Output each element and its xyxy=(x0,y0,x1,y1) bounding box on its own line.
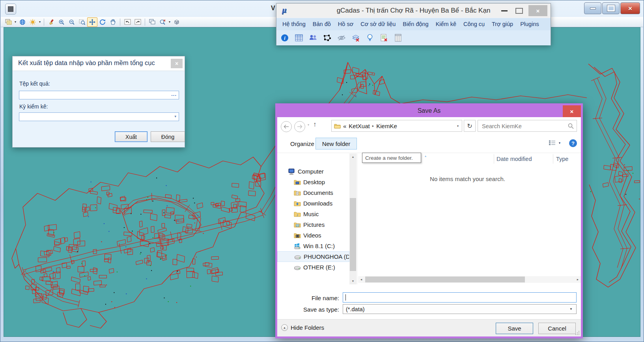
menu-ban-do[interactable]: Bản đồ xyxy=(309,18,334,30)
attribute-table-button[interactable] xyxy=(295,34,303,42)
locate-button[interactable] xyxy=(366,34,374,42)
zoom-window-button[interactable] xyxy=(77,17,87,27)
column-divider[interactable] xyxy=(553,154,553,164)
tree-item-pictures[interactable]: Pictures xyxy=(277,219,349,230)
spatial-search-button[interactable] xyxy=(157,17,168,27)
globe-icon xyxy=(19,19,26,25)
remove-layers-button[interactable] xyxy=(351,34,360,42)
tree-item-documents[interactable]: Documents xyxy=(277,187,349,198)
export-dialog-close-button[interactable]: × xyxy=(171,59,183,68)
organize-button[interactable]: Organize ▾ xyxy=(290,140,317,147)
style-brush-button[interactable] xyxy=(46,17,56,27)
zoom-extent-button[interactable] xyxy=(87,17,97,27)
tree-scrollbar[interactable]: ▲ ▼ xyxy=(349,153,357,284)
spatial-search-caret-icon[interactable]: ▾ xyxy=(168,20,172,24)
column-header-type[interactable]: Type xyxy=(556,156,568,162)
model-cube-button[interactable] xyxy=(172,17,182,27)
inventory-period-combobox[interactable]: ▾ xyxy=(19,112,179,121)
gcadas-maximize-button[interactable] xyxy=(515,8,523,14)
pane-divider[interactable] xyxy=(357,153,357,284)
tree-scrollbar-thumb[interactable] xyxy=(350,198,356,271)
tree-item-phuonghoa-d[interactable]: PHUONGHOA (D: xyxy=(277,251,349,262)
address-bar[interactable]: « KetXuat ▸ KiemKe ▾ xyxy=(331,120,462,132)
zoom-in-button[interactable] xyxy=(56,17,67,27)
rotate-view-button[interactable] xyxy=(97,17,108,27)
scroll-up-icon[interactable]: ▲ xyxy=(349,153,357,160)
parcel-button[interactable] xyxy=(323,34,332,42)
previous-view-button[interactable] xyxy=(122,17,133,27)
tree-item-other-e[interactable]: OTHER (E:) xyxy=(277,262,349,273)
new-folder-button[interactable]: New folder xyxy=(315,138,357,150)
export-button[interactable]: Xuất xyxy=(115,131,147,142)
menu-kiem-ke[interactable]: Kiểm kê xyxy=(432,18,460,30)
info-button[interactable]: i xyxy=(280,34,289,42)
tree-item-downloads[interactable]: Downloads xyxy=(277,198,349,209)
display-manager-button[interactable] xyxy=(3,17,13,27)
refresh-button[interactable]: ↻ xyxy=(464,120,476,132)
display-manager-caret-icon[interactable]: ▾ xyxy=(13,20,17,24)
column-divider[interactable] xyxy=(494,154,494,164)
menu-cong-cu[interactable]: Công cụ xyxy=(460,18,488,30)
report-remove-button[interactable] xyxy=(380,34,388,42)
globe-button[interactable] xyxy=(17,17,28,27)
address-caret-icon[interactable]: ▾ xyxy=(457,124,459,128)
gcadas-close-button[interactable]: × xyxy=(528,5,547,16)
view-menu-button[interactable]: ▾ xyxy=(549,140,560,146)
help-button[interactable]: ? xyxy=(569,139,577,147)
cancel-button[interactable]: Cancel xyxy=(538,323,576,334)
h-scrollbar-thumb[interactable] xyxy=(365,277,525,282)
column-header-date-modified[interactable]: Date modified xyxy=(497,156,532,162)
pan-button[interactable] xyxy=(108,17,118,27)
cascade-windows-button[interactable] xyxy=(147,17,157,27)
tree-item-music[interactable]: ♪ Music xyxy=(277,209,349,219)
minimize-button[interactable] xyxy=(584,2,601,14)
hide-layer-button[interactable] xyxy=(337,34,346,42)
organize-label: Organize xyxy=(290,140,314,147)
table-columns-button[interactable] xyxy=(394,34,403,42)
save-button[interactable]: Save xyxy=(496,323,533,334)
gcadas-minimize-button[interactable] xyxy=(501,10,508,11)
close-button[interactable]: × xyxy=(620,2,640,14)
combobox-caret-icon[interactable]: ▾ xyxy=(174,114,176,118)
next-view-button[interactable] xyxy=(133,17,143,27)
tree-item-videos[interactable]: Videos xyxy=(277,230,349,241)
save-as-titlebar[interactable]: Save As × xyxy=(277,105,581,117)
menu-bien-dong[interactable]: Biến động xyxy=(399,18,432,30)
tree-item-win81-c[interactable]: Win 8.1 (C:) xyxy=(277,241,349,251)
brightness-caret-icon[interactable]: ▾ xyxy=(38,20,42,24)
breadcrumb-ketxuat[interactable]: KetXuat xyxy=(349,123,370,129)
close-dialog-button[interactable]: Đóng xyxy=(151,131,185,142)
browse-button[interactable]: ... xyxy=(171,91,177,97)
menu-plugins[interactable]: Plugins xyxy=(517,18,543,30)
scroll-right-icon[interactable]: ► xyxy=(575,276,581,283)
file-name-input[interactable] xyxy=(343,292,577,303)
pan-hand-icon xyxy=(110,19,116,25)
forward-button[interactable] xyxy=(294,121,305,132)
search-input[interactable] xyxy=(481,122,566,131)
file-list-h-scrollbar[interactable]: ◄ ► xyxy=(358,276,581,283)
save-as-type-combobox[interactable]: (*.data) ▼ xyxy=(343,304,577,314)
scroll-down-icon[interactable]: ▼ xyxy=(349,278,357,284)
breadcrumb-kiemke[interactable]: KiemKe xyxy=(376,123,397,129)
users-button[interactable] xyxy=(309,34,317,42)
resize-grip[interactable] xyxy=(575,331,580,335)
result-file-input[interactable] xyxy=(20,92,168,99)
hide-folders-button[interactable]: ▲ Hide Folders xyxy=(281,324,324,331)
view-caret-icon: ▾ xyxy=(559,141,560,145)
tree-item-desktop[interactable]: Desktop xyxy=(277,177,349,187)
zoom-out-button[interactable] xyxy=(67,17,77,27)
inventory-period-input[interactable] xyxy=(20,113,168,120)
scroll-left-icon[interactable]: ◄ xyxy=(358,276,364,283)
gcadas-titlebar[interactable]: µ gCadas - Thị trấn Chợ Rã - Huyện Ba Bể… xyxy=(276,4,551,18)
menu-co-so-du-lieu[interactable]: Cơ sở dữ liệu xyxy=(357,18,399,30)
menu-tro-giup[interactable]: Trợ giúp xyxy=(488,18,517,30)
back-button[interactable] xyxy=(281,121,292,132)
up-button[interactable]: ↑ xyxy=(313,121,317,129)
brightness-button[interactable] xyxy=(28,17,38,27)
save-as-close-button[interactable]: × xyxy=(563,105,581,117)
maximize-button[interactable] xyxy=(602,2,620,14)
tree-item-computer[interactable]: Computer xyxy=(277,166,349,177)
history-caret-icon[interactable]: ▾ xyxy=(308,123,309,127)
menu-he-thong[interactable]: Hệ thống xyxy=(279,18,309,30)
menu-ho-so[interactable]: Hồ sơ xyxy=(334,18,357,30)
